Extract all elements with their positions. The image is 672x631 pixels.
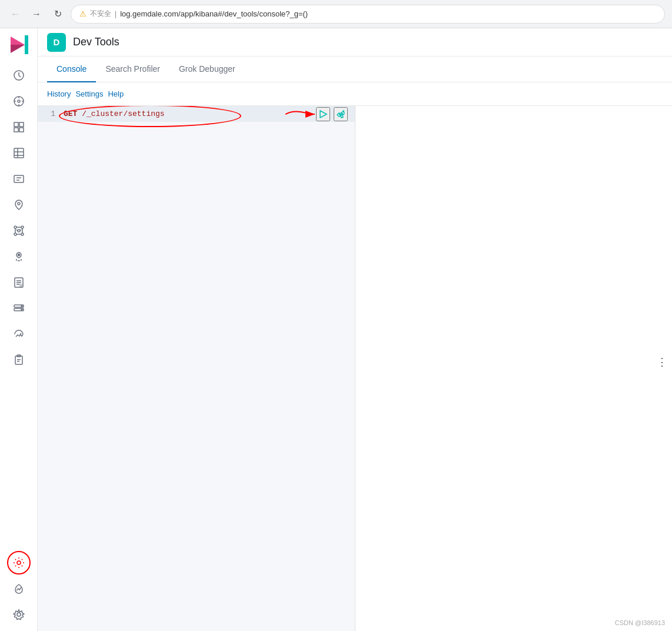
tabs-bar: Console Search Profiler Grok Debugger [38,57,672,82]
svg-rect-14 [19,128,24,132]
sidebar-item-monitoring[interactable] [7,577,31,600]
svg-rect-43 [15,356,22,364]
editor-area: 1 GET /_cluster/settings [38,106,672,631]
sidebar-item-graph[interactable] [7,245,31,268]
tab-grok-debugger[interactable]: Grok Debugger [169,57,245,82]
url-text: log.gemdale.com/app/kibana#/dev_tools/co… [120,9,308,18]
reload-button[interactable]: ↻ [49,6,66,22]
svg-point-25 [14,233,16,235]
app-icon-badge: D [47,33,66,52]
sidebar-item-logs[interactable] [7,271,31,294]
svg-point-47 [17,561,21,564]
output-more-button[interactable]: ⋮ [657,356,667,368]
svg-rect-11 [14,122,18,127]
warning-icon: ⚠ [79,9,87,18]
watermark: CSDN @I386913 [615,619,665,626]
svg-rect-19 [14,175,24,182]
svg-point-24 [21,226,24,228]
svg-point-34 [18,254,19,256]
console-toolbar: History Settings Help [38,82,672,106]
svg-rect-12 [19,122,24,127]
svg-rect-15 [14,148,24,158]
svg-rect-3 [25,35,28,54]
keyword-get: GET [64,109,77,118]
tab-console[interactable]: Console [47,57,96,82]
back-button[interactable]: ← [7,6,24,22]
annotation-arrow [285,106,321,123]
svg-line-54 [21,559,22,560]
line-number-1: 1 [38,109,61,118]
svg-line-53 [21,566,22,566]
sidebar-item-infrastructure[interactable] [7,297,31,320]
page-title: Dev Tools [73,36,119,48]
svg-line-55 [15,566,15,566]
sidebar-item-ml[interactable] [7,219,31,243]
sidebar-item-dashboard[interactable] [7,115,31,139]
browser-chrome: ← → ↻ ⚠ 不安全 | log.gemdale.com/app/kibana… [0,0,672,28]
svg-point-41 [21,305,22,307]
history-button[interactable]: History [47,87,71,101]
svg-point-56 [17,613,21,616]
svg-point-27 [18,230,20,232]
svg-marker-58 [320,111,327,118]
sidebar [0,28,38,631]
annotation-arrow-area [285,106,321,123]
editor-pane[interactable]: 1 GET /_cluster/settings [38,106,355,631]
tab-search-profiler[interactable]: Search Profiler [96,57,169,82]
sidebar-item-apm[interactable] [7,348,31,372]
sidebar-item-recent[interactable] [7,64,31,87]
svg-point-23 [14,226,16,228]
settings-button[interactable]: Settings [75,87,103,101]
forward-button[interactable]: → [28,6,45,22]
svg-point-22 [18,202,20,205]
wrench-button[interactable] [334,107,348,121]
sidebar-item-canvas[interactable] [7,167,31,191]
help-button[interactable]: Help [108,87,124,101]
svg-point-26 [21,233,24,235]
svg-point-42 [21,309,22,310]
sidebar-item-discover[interactable] [7,89,31,113]
svg-line-32 [16,230,18,231]
separator: | [115,10,117,18]
main-content: D Dev Tools Console Search Profiler Grok… [38,28,672,631]
app-container: D Dev Tools Console Search Profiler Grok… [0,28,672,631]
line-actions [316,107,355,121]
path-text: /_cluster/settings [77,109,164,118]
sidebar-item-settings[interactable] [7,603,31,626]
svg-point-6 [18,100,20,102]
sidebar-item-uptime[interactable] [7,323,31,346]
sidebar-item-visualize[interactable] [7,141,31,165]
svg-line-33 [20,230,21,231]
editor-line-1: 1 GET /_cluster/settings [38,106,355,122]
address-bar[interactable]: ⚠ 不安全 | log.gemdale.com/app/kibana#/dev_… [71,5,665,24]
security-label: 不安全 [90,9,111,19]
svg-line-52 [15,559,15,560]
output-pane: ⋮ [355,106,673,631]
sidebar-item-maps[interactable] [7,193,31,217]
kibana-logo[interactable] [7,33,31,57]
app-header: D Dev Tools [38,28,672,57]
sidebar-item-dev-tools[interactable] [7,551,31,574]
svg-rect-13 [14,128,18,132]
